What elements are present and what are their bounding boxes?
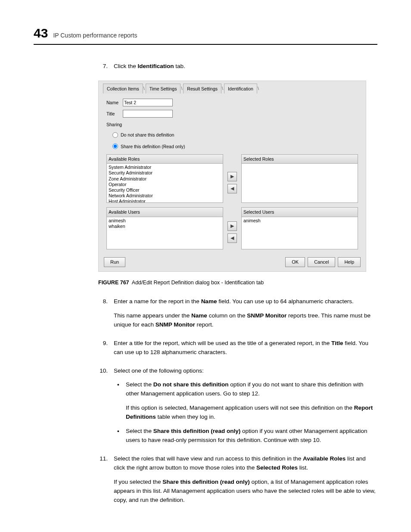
available-roles-header: Available Roles [106,154,223,164]
cancel-button[interactable]: Cancel [308,257,335,267]
move-left-button[interactable]: ◀ [227,184,237,193]
page-number: 43 [34,26,48,40]
step11-p1: Select the roles that will have view and… [114,454,377,473]
name-field[interactable] [123,99,173,106]
step-number: 11. [98,454,108,510]
step-number: 7. [98,62,108,76]
step8-p1: Enter a name for the report in the Name … [114,297,377,306]
header-rule [34,44,377,45]
step8-p2: This name appears under the Name column … [114,311,377,330]
dialog-tabs: Collection Items\ Time Settings\ Result … [99,81,366,93]
list-item[interactable]: Security Officer [109,187,221,193]
figure-caption: FIGURE 767 Add/Edit Report Definition di… [98,279,377,287]
list-item[interactable]: Zone Administrator [109,176,221,182]
tab-collection-items[interactable]: Collection Items [103,84,143,93]
selected-users-header: Selected Users [241,207,358,217]
step-number: 10. [98,367,108,450]
tab-result-settings[interactable]: Result Settings [183,84,221,93]
tab-identification[interactable]: Identification [224,84,257,93]
available-roles-list[interactable]: System Administrator Security Administra… [106,164,223,203]
run-button[interactable]: Run [104,257,125,267]
radio-share-readonly[interactable] [112,143,118,149]
move-right-button[interactable]: ▶ [227,221,237,231]
move-left-button[interactable]: ◀ [227,233,237,243]
list-item[interactable]: whaiken [109,224,221,229]
step9-text: Enter a title for the report, which will… [114,339,377,357]
step11-p2: If you selected the Share this definitio… [114,478,377,505]
step10-intro: Select one of the following options: [114,367,377,376]
chevron-right-icon: ▶ [230,173,234,180]
radio-share-readonly-label: Share this definition (Read only) [121,143,185,150]
list-item[interactable]: Network Administrator [109,193,221,199]
list-item[interactable]: Security Administrator [109,170,221,176]
title-label: Title [106,110,123,117]
title-field[interactable] [123,110,173,118]
step-number: 9. [98,339,108,362]
radio-do-not-share[interactable] [112,132,118,138]
ok-button[interactable]: OK [285,257,305,267]
list-item[interactable]: Operator [109,182,221,187]
section-title: IP Custom performance reports [53,32,137,39]
radio-do-not-share-label: Do not share this definition [121,131,174,138]
bullet-item: Select the Share this definition (read o… [114,427,377,445]
selected-roles-list[interactable] [241,164,358,203]
tab-time-settings[interactable]: Time Settings [146,84,181,93]
list-item[interactable]: Host Administrator [109,199,221,203]
chevron-left-icon: ◀ [230,185,234,192]
sharing-label: Sharing [106,121,358,128]
chevron-left-icon: ◀ [230,234,234,242]
identification-dialog: Collection Items\ Time Settings\ Result … [98,81,366,272]
list-item[interactable]: System Administrator [109,165,221,170]
step-number: 8. [98,297,108,335]
name-label: Name [106,99,123,106]
available-users-list[interactable]: animesh whaiken [106,217,223,249]
available-users-header: Available Users [106,207,223,217]
list-item[interactable]: animesh [109,218,221,224]
list-item[interactable]: animesh [243,218,356,224]
selected-users-list[interactable]: animesh [241,217,358,249]
selected-roles-header: Selected Roles [241,154,358,164]
step7-text: Click the Identification tab. [114,62,377,71]
bullet-item: Select the Do not share this definition … [114,380,377,422]
chevron-right-icon: ▶ [230,222,234,230]
move-right-button[interactable]: ▶ [227,172,237,181]
help-button[interactable]: Help [338,257,361,267]
